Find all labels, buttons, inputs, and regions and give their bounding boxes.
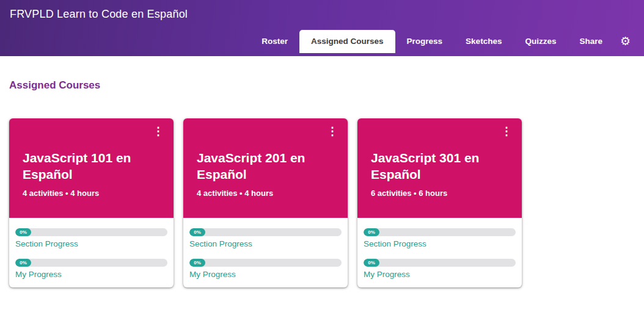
- my-progress-bar: 0%: [189, 259, 342, 267]
- course-card-header: ⋮ JavaScript 301 en Español 6 activities…: [357, 118, 522, 218]
- tab-quizzes[interactable]: Quizzes: [513, 30, 568, 53]
- section-progress-group: 0% Section Progress: [189, 228, 342, 248]
- course-card[interactable]: ⋮ JavaScript 101 en Español 4 activities…: [9, 118, 174, 287]
- my-progress-value: 0%: [15, 259, 31, 267]
- course-title: JavaScript 301 en Español: [371, 150, 508, 183]
- course-meta: 6 activities • 6 hours: [371, 189, 508, 198]
- section-progress-value: 0%: [189, 228, 205, 236]
- section-progress-group: 0% Section Progress: [15, 228, 167, 248]
- tab-share[interactable]: Share: [568, 30, 614, 53]
- app-title: FRVPLD Learn to Code en Español: [10, 8, 188, 20]
- settings-gear-icon[interactable]: ⚙: [614, 30, 639, 53]
- section-progress-label[interactable]: Section Progress: [364, 239, 516, 248]
- kebab-menu-icon[interactable]: ⋮: [499, 125, 514, 138]
- section-progress-bar: 0%: [189, 228, 342, 236]
- main-content: Assigned Courses ⋮ JavaScript 101 en Esp…: [0, 79, 644, 287]
- tab-bar: Roster Assigned Courses Progress Sketche…: [0, 21, 644, 53]
- my-progress-group: 0% My Progress: [364, 259, 516, 279]
- my-progress-label[interactable]: My Progress: [364, 270, 516, 279]
- course-card-body: 0% Section Progress 0% My Progress: [357, 218, 522, 287]
- section-progress-value: 0%: [15, 228, 31, 236]
- section-progress-label[interactable]: Section Progress: [15, 239, 167, 248]
- kebab-menu-icon[interactable]: ⋮: [324, 125, 340, 138]
- my-progress-group: 0% My Progress: [15, 259, 167, 279]
- course-card[interactable]: ⋮ JavaScript 301 en Español 6 activities…: [357, 118, 522, 287]
- course-title: JavaScript 201 en Español: [197, 150, 334, 183]
- course-title: JavaScript 101 en Español: [23, 150, 160, 183]
- my-progress-group: 0% My Progress: [189, 259, 342, 279]
- page-title: Assigned Courses: [9, 79, 635, 92]
- my-progress-label[interactable]: My Progress: [15, 270, 167, 279]
- my-progress-label[interactable]: My Progress: [189, 270, 342, 279]
- tab-roster[interactable]: Roster: [250, 30, 299, 53]
- section-progress-bar: 0%: [15, 228, 167, 236]
- course-card-header: ⋮ JavaScript 201 en Español 4 activities…: [183, 118, 348, 218]
- course-card-header: ⋮ JavaScript 101 en Español 4 activities…: [9, 118, 174, 218]
- course-meta: 4 activities • 4 hours: [23, 189, 160, 198]
- section-progress-bar: 0%: [364, 228, 516, 236]
- course-card-body: 0% Section Progress 0% My Progress: [9, 218, 174, 287]
- course-card-list: ⋮ JavaScript 101 en Español 4 activities…: [9, 118, 635, 287]
- course-card-body: 0% Section Progress 0% My Progress: [183, 218, 348, 287]
- section-progress-value: 0%: [364, 228, 379, 236]
- my-progress-value: 0%: [189, 259, 205, 267]
- section-progress-group: 0% Section Progress: [364, 228, 516, 248]
- kebab-menu-icon[interactable]: ⋮: [150, 125, 166, 138]
- section-progress-label[interactable]: Section Progress: [189, 239, 342, 248]
- my-progress-bar: 0%: [364, 259, 516, 267]
- tab-assigned-courses[interactable]: Assigned Courses: [299, 30, 395, 53]
- my-progress-value: 0%: [364, 259, 379, 267]
- course-card[interactable]: ⋮ JavaScript 201 en Español 4 activities…: [183, 118, 348, 287]
- tab-sketches[interactable]: Sketches: [454, 30, 513, 53]
- course-meta: 4 activities • 4 hours: [197, 189, 334, 198]
- app-header: FRVPLD Learn to Code en Español Roster A…: [0, 0, 644, 56]
- my-progress-bar: 0%: [15, 259, 167, 267]
- tab-progress[interactable]: Progress: [395, 30, 455, 53]
